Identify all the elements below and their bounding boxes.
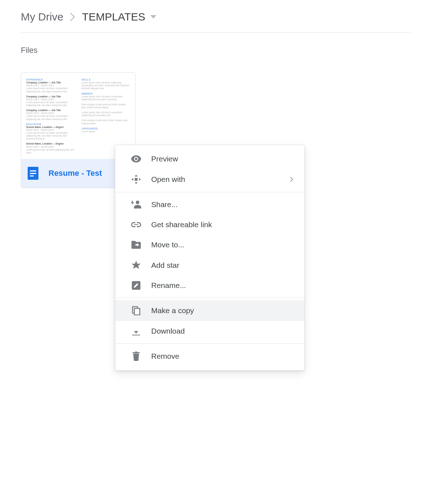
- menu-rename[interactable]: Rename...: [115, 275, 304, 295]
- section-heading: Files: [21, 46, 410, 55]
- google-doc-icon: [28, 167, 38, 180]
- menu-divider: [115, 343, 304, 344]
- menu-label: Preview: [151, 155, 178, 163]
- breadcrumb-current-label: TEMPLATES: [82, 11, 145, 23]
- file-name: Resume - Test: [48, 169, 102, 178]
- svg-rect-1: [132, 201, 133, 204]
- person-add-icon: [131, 201, 141, 209]
- menu-divider: [115, 192, 304, 192]
- eye-icon: [131, 155, 141, 162]
- folder-move-icon: [131, 241, 141, 249]
- menu-make-copy[interactable]: Make a copy: [115, 300, 304, 321]
- menu-remove[interactable]: Remove: [115, 346, 304, 367]
- menu-open-with[interactable]: Open with: [115, 169, 304, 190]
- menu-label: Move to...: [151, 240, 184, 249]
- menu-label: Share...: [151, 200, 178, 209]
- star-icon: [131, 261, 141, 270]
- menu-download[interactable]: Download: [115, 321, 304, 341]
- menu-divider: [115, 298, 304, 298]
- svg-rect-3: [134, 308, 140, 315]
- menu-add-star[interactable]: Add star: [115, 255, 304, 275]
- menu-label: Remove: [151, 352, 179, 361]
- menu-preview[interactable]: Preview: [115, 149, 304, 169]
- rename-icon: [131, 281, 141, 290]
- menu-label: Rename...: [151, 281, 186, 290]
- link-icon: [131, 222, 141, 227]
- trash-icon: [131, 352, 141, 361]
- menu-move-to[interactable]: Move to...: [115, 235, 304, 255]
- copy-icon: [131, 306, 141, 315]
- menu-label: Get shareable link: [151, 220, 212, 229]
- breadcrumb: My Drive TEMPLATES: [21, 11, 410, 33]
- menu-get-shareable-link[interactable]: Get shareable link: [115, 215, 304, 235]
- menu-label: Make a copy: [151, 306, 194, 315]
- menu-share[interactable]: Share...: [115, 194, 304, 215]
- chevron-right-icon: [290, 177, 293, 182]
- breadcrumb-root[interactable]: My Drive: [21, 11, 63, 23]
- open-with-icon: [131, 175, 141, 184]
- download-icon: [131, 327, 141, 335]
- context-menu: Preview Open with Share... Get shareable…: [115, 145, 305, 371]
- breadcrumb-current[interactable]: TEMPLATES: [82, 11, 156, 23]
- chevron-down-icon: [150, 15, 156, 19]
- menu-label: Download: [151, 327, 185, 335]
- menu-label: Open with: [151, 175, 185, 184]
- chevron-right-icon: [70, 12, 75, 22]
- menu-label: Add star: [151, 261, 179, 270]
